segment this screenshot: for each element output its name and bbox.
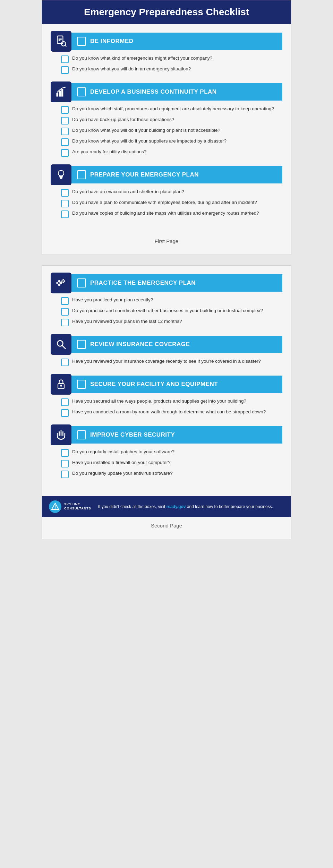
- item-text: Do you regularly update your antivirus s…: [72, 470, 173, 477]
- item-checkbox[interactable]: [61, 128, 69, 135]
- gears-svg: [55, 277, 67, 289]
- item-checkbox[interactable]: [61, 66, 69, 74]
- business-continuity-items: Do you know which staff, procedures and …: [51, 106, 282, 157]
- footer-text-after: and learn how to better prepare your bus…: [186, 504, 273, 509]
- item-text: Do you have back-up plans for those oper…: [72, 117, 174, 123]
- section-be-informed-header: BE INFORMED: [51, 31, 282, 52]
- section-be-informed: BE INFORMED Do you know what kind of eme…: [51, 31, 282, 74]
- section-business-continuity: DEVELOP A BUSINESS CONTINUITY PLAN Do yo…: [51, 81, 282, 157]
- list-item: Do you practice and coordinate with othe…: [54, 308, 282, 316]
- svg-point-20: [63, 281, 64, 282]
- cyber-security-title: IMPROVE CYBER SECURITY: [90, 431, 175, 438]
- item-checkbox[interactable]: [61, 138, 69, 146]
- item-checkbox[interactable]: [61, 319, 69, 326]
- section-cyber-security: IMPROVE CYBER SECURITY Do you regularly …: [51, 424, 282, 478]
- svg-point-18: [59, 282, 60, 284]
- section-review-insurance-header: REVIEW INSURANCE COVERAGE: [51, 334, 282, 355]
- footer-text: If you didn't check all the boxes, visit…: [98, 504, 273, 510]
- page-2: PRACTICE THE EMERGENCY PLAN Have you pra…: [42, 265, 291, 539]
- item-checkbox[interactable]: [61, 398, 69, 406]
- practice-emergency-checkbox[interactable]: [77, 278, 86, 287]
- cyber-security-checkbox[interactable]: [77, 430, 86, 439]
- practice-emergency-title-bar: PRACTICE THE EMERGENCY PLAN: [71, 274, 282, 292]
- section-practice-header: PRACTICE THE EMERGENCY PLAN: [51, 273, 282, 293]
- list-item: Have you conducted a room-by-room walk t…: [54, 409, 282, 417]
- business-continuity-checkbox[interactable]: [77, 87, 86, 96]
- item-text: Do you have an evacuation and shelter-in…: [72, 189, 184, 195]
- list-item: Do you have a plan to communicate with e…: [54, 199, 282, 207]
- list-item: Are you ready for utility disruptions?: [54, 149, 282, 157]
- be-informed-title: BE INFORMED: [90, 38, 134, 45]
- section-business-continuity-header: DEVELOP A BUSINESS CONTINUITY PLAN: [51, 81, 282, 102]
- item-checkbox[interactable]: [61, 297, 69, 305]
- secure-facility-checkbox[interactable]: [77, 380, 86, 389]
- footer-company-name: SKYLINE CONSULTANTS: [64, 502, 91, 510]
- svg-line-22: [62, 345, 66, 349]
- item-checkbox[interactable]: [61, 460, 69, 467]
- be-informed-items: Do you know what kind of emergencies mig…: [51, 55, 282, 74]
- prepare-emergency-title: PREPARE YOUR EMERGENCY PLAN: [90, 171, 199, 178]
- list-item: Do you have an evacuation and shelter-in…: [54, 189, 282, 197]
- footer-logo: SKYLINE CONSULTANTS: [49, 500, 91, 513]
- item-checkbox[interactable]: [61, 471, 69, 478]
- list-item: Do you know what you will do if your bui…: [54, 127, 282, 135]
- footer-link[interactable]: ready.gov: [166, 504, 186, 509]
- be-informed-checkbox[interactable]: [77, 37, 86, 46]
- item-checkbox[interactable]: [61, 359, 69, 366]
- item-text: Do you know what you will do in an emerg…: [72, 66, 191, 72]
- item-checkbox[interactable]: [61, 210, 69, 218]
- chart-svg: [55, 86, 67, 98]
- item-checkbox[interactable]: [61, 308, 69, 316]
- logo-svg: [51, 502, 59, 511]
- gears-icon: [51, 273, 71, 293]
- hand-svg: [55, 429, 67, 441]
- list-item: Have you secured all the ways people, pr…: [54, 398, 282, 406]
- review-insurance-title-bar: REVIEW INSURANCE COVERAGE: [71, 336, 282, 353]
- practice-emergency-title: PRACTICE THE EMERGENCY PLAN: [90, 280, 196, 286]
- item-checkbox[interactable]: [61, 200, 69, 207]
- item-checkbox[interactable]: [61, 55, 69, 63]
- item-checkbox[interactable]: [61, 189, 69, 197]
- secure-facility-title-bar: SECURE YOUR FACILITY AND EQUIPMENT: [71, 376, 282, 393]
- item-checkbox[interactable]: [61, 106, 69, 114]
- list-item: Do you know which staff, procedures and …: [54, 106, 282, 114]
- item-checkbox[interactable]: [61, 449, 69, 457]
- chart-icon: [51, 81, 71, 102]
- secure-facility-title: SECURE YOUR FACILITY AND EQUIPMENT: [90, 381, 218, 388]
- review-insurance-title: REVIEW INSURANCE COVERAGE: [90, 341, 190, 348]
- item-text: Do you know what you will do if your bui…: [72, 127, 220, 134]
- list-item: Do you have copies of building and site …: [54, 210, 282, 218]
- list-item: Have you reviewed your plans in the last…: [54, 318, 282, 326]
- svg-rect-6: [57, 93, 58, 97]
- svg-rect-7: [59, 91, 61, 96]
- lightbulb-icon: [51, 164, 71, 185]
- business-continuity-title-bar: DEVELOP A BUSINESS CONTINUITY PLAN: [71, 83, 282, 101]
- prepare-emergency-checkbox[interactable]: [77, 170, 86, 179]
- page-2-label: Second Page: [42, 523, 291, 532]
- page-1-header: Emergency Preparedness Checklist: [42, 0, 291, 24]
- be-informed-title-bar: BE INFORMED: [71, 33, 282, 50]
- document-icon: [51, 31, 71, 52]
- list-item: Have you practiced your plan recently?: [54, 297, 282, 305]
- list-item: Do you know what kind of emergencies mig…: [54, 55, 282, 63]
- be-informed-svg: [55, 35, 67, 48]
- lock-icon: [51, 374, 71, 395]
- svg-line-5: [65, 45, 67, 47]
- section-prepare-emergency-plan: PREPARE YOUR EMERGENCY PLAN Do you have …: [51, 164, 282, 218]
- item-checkbox[interactable]: [61, 117, 69, 124]
- page-1-label: First Page: [42, 238, 291, 248]
- review-insurance-checkbox[interactable]: [77, 340, 86, 349]
- page-1-content: BE INFORMED Do you know what kind of eme…: [42, 24, 291, 233]
- prepare-emergency-items: Do you have an evacuation and shelter-in…: [51, 189, 282, 218]
- item-checkbox[interactable]: [61, 149, 69, 157]
- item-text: Do you know which staff, procedures and …: [72, 106, 274, 112]
- cyber-security-title-bar: IMPROVE CYBER SECURITY: [71, 426, 282, 444]
- cyber-security-items: Do you regularly install patches to your…: [51, 449, 282, 478]
- item-checkbox[interactable]: [61, 409, 69, 417]
- logo-icon: [49, 500, 61, 513]
- item-text: Have you reviewed your insurance coverag…: [72, 358, 261, 365]
- item-text: Have you secured all the ways people, pr…: [72, 398, 246, 405]
- section-review-insurance: REVIEW INSURANCE COVERAGE Have you revie…: [51, 334, 282, 366]
- secure-facility-items: Have you secured all the ways people, pr…: [51, 398, 282, 417]
- footer: SKYLINE CONSULTANTS If you didn't check …: [42, 496, 291, 517]
